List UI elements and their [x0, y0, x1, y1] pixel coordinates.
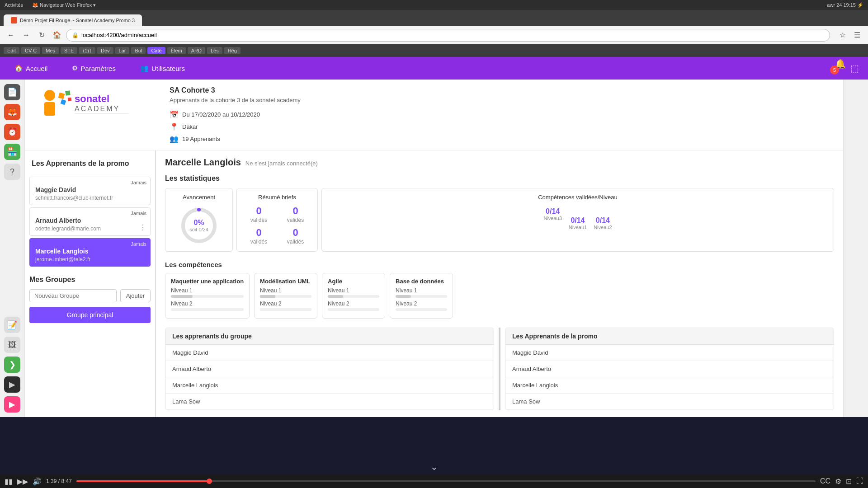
sidebar-document-icon[interactable]: 📝 [4, 317, 20, 333]
active-tab[interactable]: Démo Projet Fil Rouge ~ Sonatel Academy … [4, 14, 142, 26]
os-browser-label: 🦊 Navigateur Web Firefox ▾ [32, 2, 96, 8]
logout-button[interactable]: ⬚ [850, 63, 859, 74]
learners-panel: Les Apprenants de la promo Jamais Maggie… [25, 150, 156, 417]
donut-percent: 0% [189, 219, 208, 227]
bookmark-les[interactable]: Lès [207, 47, 222, 54]
forward-button[interactable]: → [20, 29, 33, 42]
resume-lbl: validés [279, 239, 312, 245]
sidebar-media-icon[interactable]: ▶ [4, 396, 20, 413]
reload-button[interactable]: ↻ [35, 29, 48, 42]
sidebar-vscode-icon[interactable]: ❯ [4, 357, 20, 373]
notif-count: 5 [830, 66, 839, 75]
nav-utilisateurs[interactable]: 👥 Utilisateurs [135, 61, 190, 76]
learner-item-selected[interactable]: Jamais Marcelle Langlois jerome.imbert@t… [29, 238, 151, 267]
sidebar-image-icon[interactable]: 🖼 [4, 337, 20, 353]
sonatel-logo: sonatel ACADEMY [34, 86, 133, 122]
learner-item[interactable]: Jamais Maggie David schmitt.francois@clu… [29, 177, 151, 205]
group-apprenants-header: Les apprenants du groupe [165, 328, 494, 345]
bookmark-dev[interactable]: Dev [97, 47, 113, 54]
bookmark-elem[interactable]: Élem [167, 47, 186, 54]
location-icon: 📍 [170, 122, 179, 131]
bookmarks-button[interactable]: ☆ [836, 29, 849, 42]
address-text: localhost:4200/admin/accueil [81, 32, 157, 38]
resume-item: 0 validés [242, 205, 275, 223]
add-group-button[interactable]: Ajouter [120, 289, 151, 302]
fullscreen-button[interactable]: ⛶ [856, 477, 863, 485]
comp-name: Modélisation UML [260, 278, 311, 285]
competence-card: Agile Niveau 1 Niveau 2 [322, 273, 385, 319]
left-sidebar: 📄 🦊 ⏰ 🏪 ? 📝 🖼 ❯ ▶ ▶ [0, 80, 25, 417]
collapse-arrow[interactable]: ⌄ [430, 461, 438, 472]
bookmark-ard[interactable]: ARD [188, 47, 205, 54]
bookmark-lar[interactable]: Lar [115, 47, 130, 54]
resume-val: 0 [242, 205, 275, 217]
subtitles-button[interactable]: CC [820, 477, 830, 485]
nav-accueil[interactable]: 🏠 Accueil [9, 61, 53, 76]
competence-card: Base de données Niveau 1 Niveau 2 [390, 273, 453, 319]
app-navbar: 🏠 Accueil ⚙ Paramètres 👥 Utilisateurs 🔔 … [0, 57, 868, 80]
nav-accueil-label: Accueil [26, 65, 47, 72]
main-group-button[interactable]: Groupe principal [29, 307, 151, 323]
bookmark-mes[interactable]: Mes [42, 47, 59, 54]
back-button[interactable]: ← [5, 29, 17, 42]
group-divider [499, 328, 500, 410]
bookmark-bol[interactable]: Bol [131, 47, 146, 54]
address-bar[interactable]: 🔒 localhost:4200/admin/accueil [66, 29, 830, 42]
video-progress-dot [207, 479, 212, 484]
competence-card: Maquetter une application Niveau 1 Nivea… [165, 273, 250, 319]
comp-niveau-2: Niveau 2 [396, 300, 447, 307]
sidebar-help-icon[interactable]: ? [4, 164, 20, 180]
header-section: sonatel ACADEMY SA Cohorte 3 Apprenants … [25, 80, 843, 150]
menu-button[interactable]: ☰ [851, 29, 863, 42]
two-col-layout: Les Apprenants de la promo Jamais Maggie… [25, 150, 843, 417]
stats-grid: Avancement 0% soit 0/24 [165, 188, 834, 252]
learner-badge: Jamais [131, 180, 146, 185]
bookmark-cate[interactable]: Caté [147, 47, 165, 54]
list-item: Marcelle Langlois [505, 377, 834, 394]
new-group-input[interactable] [29, 289, 117, 302]
right-sidebar [843, 80, 868, 417]
sidebar-files-icon[interactable]: 📄 [4, 84, 20, 100]
theater-button[interactable]: ⊡ [846, 477, 852, 486]
home-button[interactable]: 🏠 [51, 29, 63, 42]
learner-menu-dots[interactable]: ⋮ [139, 223, 146, 232]
total-time: 8:47 [61, 478, 71, 484]
play-pause-button[interactable]: ▮▮ [5, 477, 13, 486]
bookmark-1[interactable]: (1)† [79, 47, 95, 54]
os-activities: Activités [5, 2, 23, 8]
gear-icon: ⚙ [72, 64, 78, 72]
detail-panel: Marcelle Langlois Ne s'est jamais connec… [156, 150, 843, 417]
list-item: Maggie David [165, 345, 494, 361]
group-promo-panel: Les Apprenants de la promo Maggie David … [505, 328, 834, 410]
skip-forward-button[interactable]: ▶▶ [17, 477, 28, 486]
tab-favicon [11, 17, 17, 23]
list-item: Lama Sow [505, 394, 834, 410]
bookmark-edit[interactable]: Édit [4, 47, 19, 54]
video-progress[interactable] [76, 480, 816, 482]
svg-rect-5 [68, 98, 72, 102]
sidebar-store-icon[interactable]: 🏪 [4, 144, 20, 160]
apprenants-row: 👥 19 Apprenants [170, 135, 834, 143]
bookmark-cv[interactable]: CV C [21, 47, 40, 54]
learner-name: Marcelle Langlois [35, 248, 145, 255]
date-range-row: 📅 Du 17/02/2020 au 10/12/2020 [170, 110, 834, 119]
comp-bar-2 [396, 308, 447, 311]
sidebar-terminal-icon[interactable]: ▶ [4, 376, 20, 393]
learner-item[interactable]: Jamais Arnaud Alberto odette.legrand@mar… [29, 207, 151, 236]
new-group-row: Ajouter [29, 289, 151, 302]
list-item: Marcelle Langlois [165, 377, 494, 394]
bookmark-ste[interactable]: STE [61, 47, 77, 54]
nav-parametres[interactable]: ⚙ Paramètres [66, 61, 121, 76]
sidebar-alarm-icon[interactable]: ⏰ [4, 124, 20, 140]
comp-lbl-n1: Niveau1 [569, 225, 587, 230]
browser-tabs: Démo Projet Fil Rouge ~ Sonatel Academy … [0, 10, 868, 26]
settings-video-button[interactable]: ⚙ [835, 477, 841, 486]
comp-niveau-2: Niveau 2 [171, 300, 244, 307]
list-item: Arnaud Alberto [165, 361, 494, 377]
learner-badge: Jamais [131, 241, 146, 247]
bookmark-reg[interactable]: Rég [224, 47, 241, 54]
sidebar-firefox-icon[interactable]: 🦊 [4, 104, 20, 120]
stats-title: Les statistiques [165, 174, 834, 183]
volume-button[interactable]: 🔊 [33, 477, 42, 486]
notification-bell[interactable]: 🔔 5 [835, 58, 846, 78]
